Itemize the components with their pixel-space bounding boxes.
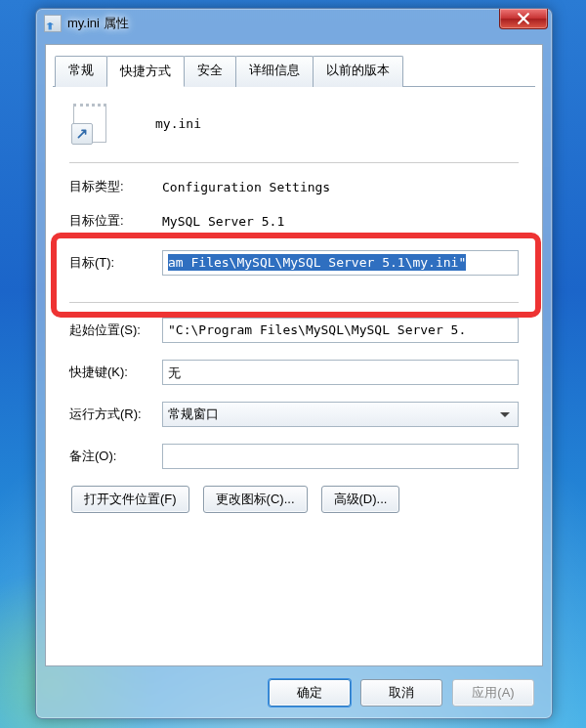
- change-icon-button[interactable]: 更改图标(C)...: [203, 486, 308, 513]
- select-run[interactable]: 常规窗口: [162, 402, 519, 427]
- tab-previous-versions[interactable]: 以前的版本: [313, 56, 403, 87]
- window-title: my.ini 属性: [67, 15, 129, 32]
- label-target-location: 目标位置:: [69, 212, 162, 230]
- value-target-type: Configuration Settings: [162, 180, 519, 194]
- label-hotkey: 快捷键(K):: [69, 364, 162, 381]
- advanced-button[interactable]: 高级(D)...: [321, 486, 400, 513]
- tab-security[interactable]: 安全: [184, 56, 236, 87]
- titlebar[interactable]: my.ini 属性: [36, 9, 552, 38]
- tab-general[interactable]: 常规: [55, 56, 107, 87]
- label-run: 运行方式(R):: [69, 406, 162, 423]
- cancel-button[interactable]: 取消: [360, 679, 442, 707]
- close-button[interactable]: [499, 9, 548, 29]
- label-comment: 备注(O):: [69, 448, 162, 465]
- client-area: 常规 快捷方式 安全 详细信息 以前的版本 my.: [45, 44, 543, 666]
- dialog-button-row: 确定 取消 应用(A): [269, 679, 534, 707]
- properties-dialog: my.ini 属性 常规 快捷方式 安全 详细信息 以前的版本: [35, 8, 553, 719]
- label-start-in: 起始位置(S):: [69, 321, 162, 339]
- tab-shortcut[interactable]: 快捷方式: [106, 56, 185, 87]
- input-comment[interactable]: [162, 444, 519, 469]
- apply-button[interactable]: 应用(A): [452, 679, 534, 707]
- label-target-type: 目标类型:: [69, 178, 162, 195]
- tab-strip: 常规 快捷方式 安全 详细信息 以前的版本: [53, 55, 535, 87]
- file-icon: [44, 15, 62, 32]
- input-target[interactable]: am Files\MySQL\MySQL Server 5.1\my.ini": [162, 250, 519, 276]
- label-target: 目标(T):: [69, 254, 162, 272]
- tab-details[interactable]: 详细信息: [235, 56, 314, 87]
- close-icon: [518, 13, 529, 24]
- input-start-in[interactable]: "C:\Program Files\MySQL\MySQL Server 5.: [162, 318, 519, 343]
- shortcut-file-icon: [73, 104, 106, 143]
- ok-button[interactable]: 确定: [269, 679, 351, 707]
- open-file-location-button[interactable]: 打开文件位置(F): [71, 486, 189, 513]
- input-hotkey[interactable]: 无: [162, 360, 519, 385]
- shortcut-arrow-icon: [76, 128, 88, 140]
- file-name: my.ini: [155, 116, 519, 131]
- value-target-location: MySQL Server 5.1: [162, 214, 519, 229]
- desktop-background: my.ini 属性 常规 快捷方式 安全 详细信息 以前的版本: [0, 0, 586, 728]
- tab-body-shortcut: my.ini 目标类型: Configuration Settings 目标位置…: [53, 87, 535, 528]
